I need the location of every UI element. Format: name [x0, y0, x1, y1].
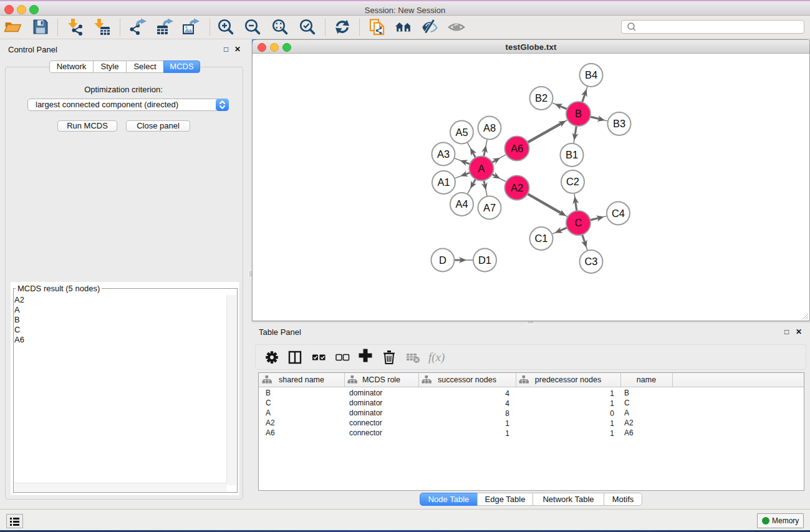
svg-text:A2: A2: [511, 182, 523, 193]
svg-text:B: B: [575, 108, 582, 119]
svg-text:A6: A6: [511, 143, 523, 154]
svg-text:A8: A8: [483, 122, 496, 133]
svg-text:B2: B2: [535, 92, 547, 104]
svg-text:C1: C1: [534, 233, 547, 244]
svg-text:A5: A5: [455, 127, 468, 138]
svg-text:C2: C2: [566, 176, 579, 187]
svg-text:Memory: Memory: [772, 516, 799, 525]
svg-text:B3: B3: [613, 118, 625, 129]
svg-text:B4: B4: [585, 69, 597, 80]
svg-text:C4: C4: [612, 208, 625, 219]
svg-text:f(x): f(x): [428, 351, 445, 364]
svg-text:A: A: [478, 163, 485, 174]
svg-text:C: C: [575, 217, 582, 228]
svg-text:D1: D1: [478, 254, 491, 266]
svg-text:D: D: [439, 254, 446, 266]
svg-text:A3: A3: [437, 148, 450, 160]
svg-text:C3: C3: [584, 256, 597, 267]
svg-text:A1: A1: [437, 177, 450, 188]
svg-text:A4: A4: [455, 198, 468, 210]
svg-text:B1: B1: [566, 149, 578, 160]
svg-text:A7: A7: [483, 202, 496, 213]
